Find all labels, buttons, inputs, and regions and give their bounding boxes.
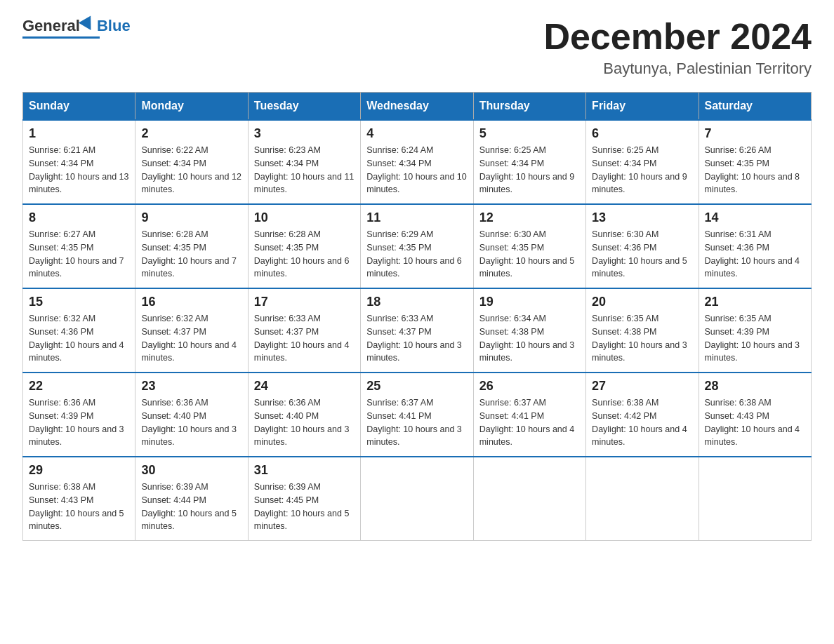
- day-info: Sunrise: 6:30 AMSunset: 4:35 PMDaylight:…: [479, 229, 575, 279]
- day-number: 4: [366, 126, 467, 141]
- calendar-cell: 24Sunrise: 6:36 AMSunset: 4:40 PMDayligh…: [248, 373, 360, 457]
- day-info: Sunrise: 6:32 AMSunset: 4:37 PMDaylight:…: [141, 314, 237, 363]
- calendar-cell: 17Sunrise: 6:33 AMSunset: 4:37 PMDayligh…: [248, 288, 360, 373]
- day-number: 20: [592, 295, 692, 309]
- day-number: 31: [254, 463, 355, 478]
- column-header-tuesday: Tuesday: [248, 93, 360, 121]
- calendar-cell: 11Sunrise: 6:29 AMSunset: 4:35 PMDayligh…: [361, 204, 473, 288]
- day-info: Sunrise: 6:34 AMSunset: 4:38 PMDaylight:…: [479, 314, 575, 363]
- calendar-cell: 6Sunrise: 6:25 AMSunset: 4:34 PMDaylight…: [586, 120, 699, 204]
- day-number: 3: [254, 126, 355, 141]
- day-number: 5: [479, 126, 580, 141]
- calendar-cell: 22Sunrise: 6:36 AMSunset: 4:39 PMDayligh…: [23, 373, 135, 457]
- page-header: General Blue December 2024 Baytunya, Pal…: [22, 17, 812, 78]
- calendar-cell: 20Sunrise: 6:35 AMSunset: 4:38 PMDayligh…: [586, 288, 699, 373]
- day-number: 23: [141, 379, 241, 394]
- column-header-thursday: Thursday: [473, 93, 585, 121]
- day-info: Sunrise: 6:38 AMSunset: 4:42 PMDaylight:…: [592, 398, 687, 447]
- calendar-cell: 21Sunrise: 6:35 AMSunset: 4:39 PMDayligh…: [699, 288, 811, 373]
- logo-blue-text: Blue: [97, 17, 131, 35]
- day-number: 14: [705, 210, 805, 225]
- column-header-sunday: Sunday: [23, 93, 135, 121]
- day-info: Sunrise: 6:22 AMSunset: 4:34 PMDaylight:…: [141, 145, 241, 194]
- calendar-week-row: 15Sunrise: 6:32 AMSunset: 4:36 PMDayligh…: [23, 288, 812, 373]
- day-number: 12: [479, 210, 580, 225]
- day-number: 13: [592, 210, 692, 225]
- day-number: 9: [141, 210, 241, 225]
- column-header-friday: Friday: [586, 93, 699, 121]
- calendar-cell: 31Sunrise: 6:39 AMSunset: 4:45 PMDayligh…: [248, 457, 360, 541]
- day-number: 24: [254, 379, 355, 394]
- day-number: 10: [254, 210, 355, 225]
- logo-triangle-icon: [79, 15, 97, 34]
- calendar-cell: 5Sunrise: 6:25 AMSunset: 4:34 PMDaylight…: [473, 120, 585, 204]
- calendar-cell: 4Sunrise: 6:24 AMSunset: 4:34 PMDaylight…: [361, 120, 473, 204]
- day-info: Sunrise: 6:30 AMSunset: 4:36 PMDaylight:…: [592, 229, 687, 279]
- calendar-cell: [361, 457, 473, 541]
- day-number: 16: [141, 295, 241, 309]
- day-info: Sunrise: 6:28 AMSunset: 4:35 PMDaylight:…: [141, 229, 237, 279]
- calendar-cell: [586, 457, 699, 541]
- calendar-cell: 30Sunrise: 6:39 AMSunset: 4:44 PMDayligh…: [135, 457, 248, 541]
- calendar-cell: 2Sunrise: 6:22 AMSunset: 4:34 PMDaylight…: [135, 120, 248, 204]
- calendar-cell: 14Sunrise: 6:31 AMSunset: 4:36 PMDayligh…: [699, 204, 811, 288]
- calendar-cell: 25Sunrise: 6:37 AMSunset: 4:41 PMDayligh…: [361, 373, 473, 457]
- day-number: 18: [366, 295, 467, 309]
- day-info: Sunrise: 6:23 AMSunset: 4:34 PMDaylight:…: [254, 145, 354, 194]
- day-number: 28: [705, 379, 805, 394]
- calendar-week-row: 29Sunrise: 6:38 AMSunset: 4:43 PMDayligh…: [23, 457, 812, 541]
- day-info: Sunrise: 6:33 AMSunset: 4:37 PMDaylight:…: [254, 314, 350, 363]
- day-info: Sunrise: 6:39 AMSunset: 4:45 PMDaylight:…: [254, 482, 350, 531]
- day-info: Sunrise: 6:37 AMSunset: 4:41 PMDaylight:…: [479, 398, 575, 447]
- day-info: Sunrise: 6:27 AMSunset: 4:35 PMDaylight:…: [29, 229, 124, 279]
- day-info: Sunrise: 6:24 AMSunset: 4:34 PMDaylight:…: [366, 145, 466, 194]
- calendar-cell: 7Sunrise: 6:26 AMSunset: 4:35 PMDaylight…: [699, 120, 811, 204]
- column-header-wednesday: Wednesday: [361, 93, 473, 121]
- day-number: 26: [479, 379, 580, 394]
- location-title: Baytunya, Palestinian Territory: [543, 60, 812, 78]
- day-info: Sunrise: 6:29 AMSunset: 4:35 PMDaylight:…: [366, 229, 462, 279]
- day-info: Sunrise: 6:36 AMSunset: 4:40 PMDaylight:…: [254, 398, 350, 447]
- day-number: 7: [705, 126, 805, 141]
- calendar-cell: 1Sunrise: 6:21 AMSunset: 4:34 PMDaylight…: [23, 120, 135, 204]
- day-info: Sunrise: 6:21 AMSunset: 4:34 PMDaylight:…: [29, 145, 128, 194]
- day-number: 27: [592, 379, 692, 394]
- day-info: Sunrise: 6:38 AMSunset: 4:43 PMDaylight:…: [705, 398, 800, 447]
- calendar-cell: 10Sunrise: 6:28 AMSunset: 4:35 PMDayligh…: [248, 204, 360, 288]
- day-info: Sunrise: 6:35 AMSunset: 4:39 PMDaylight:…: [705, 314, 800, 363]
- calendar-cell: 8Sunrise: 6:27 AMSunset: 4:35 PMDaylight…: [23, 204, 135, 288]
- calendar-cell: 9Sunrise: 6:28 AMSunset: 4:35 PMDaylight…: [135, 204, 248, 288]
- calendar-body: 1Sunrise: 6:21 AMSunset: 4:34 PMDaylight…: [23, 120, 812, 541]
- day-number: 15: [29, 295, 129, 309]
- day-number: 6: [592, 126, 692, 141]
- day-number: 30: [141, 463, 241, 478]
- calendar-cell: 26Sunrise: 6:37 AMSunset: 4:41 PMDayligh…: [473, 373, 585, 457]
- day-number: 25: [366, 379, 467, 394]
- calendar-cell: 3Sunrise: 6:23 AMSunset: 4:34 PMDaylight…: [248, 120, 360, 204]
- day-info: Sunrise: 6:25 AMSunset: 4:34 PMDaylight:…: [479, 145, 575, 194]
- calendar-cell: [699, 457, 811, 541]
- day-number: 2: [141, 126, 241, 141]
- day-info: Sunrise: 6:39 AMSunset: 4:44 PMDaylight:…: [141, 482, 237, 531]
- calendar-cell: 15Sunrise: 6:32 AMSunset: 4:36 PMDayligh…: [23, 288, 135, 373]
- day-number: 11: [366, 210, 467, 225]
- logo-general-text: General: [22, 17, 80, 35]
- column-header-saturday: Saturday: [699, 93, 811, 121]
- day-number: 29: [29, 463, 129, 478]
- logo-underline: [22, 36, 100, 39]
- day-info: Sunrise: 6:25 AMSunset: 4:34 PMDaylight:…: [592, 145, 687, 194]
- calendar-week-row: 8Sunrise: 6:27 AMSunset: 4:35 PMDaylight…: [23, 204, 812, 288]
- day-number: 22: [29, 379, 129, 394]
- calendar-cell: 28Sunrise: 6:38 AMSunset: 4:43 PMDayligh…: [699, 373, 811, 457]
- day-info: Sunrise: 6:28 AMSunset: 4:35 PMDaylight:…: [254, 229, 350, 279]
- day-info: Sunrise: 6:37 AMSunset: 4:41 PMDaylight:…: [366, 398, 462, 447]
- calendar-cell: 16Sunrise: 6:32 AMSunset: 4:37 PMDayligh…: [135, 288, 248, 373]
- calendar-cell: 18Sunrise: 6:33 AMSunset: 4:37 PMDayligh…: [361, 288, 473, 373]
- calendar-header-row: SundayMondayTuesdayWednesdayThursdayFrid…: [23, 93, 812, 121]
- day-info: Sunrise: 6:36 AMSunset: 4:39 PMDaylight:…: [29, 398, 124, 447]
- day-number: 8: [29, 210, 129, 225]
- calendar-cell: [473, 457, 585, 541]
- logo: General Blue: [22, 17, 131, 39]
- day-info: Sunrise: 6:33 AMSunset: 4:37 PMDaylight:…: [366, 314, 462, 363]
- calendar-week-row: 22Sunrise: 6:36 AMSunset: 4:39 PMDayligh…: [23, 373, 812, 457]
